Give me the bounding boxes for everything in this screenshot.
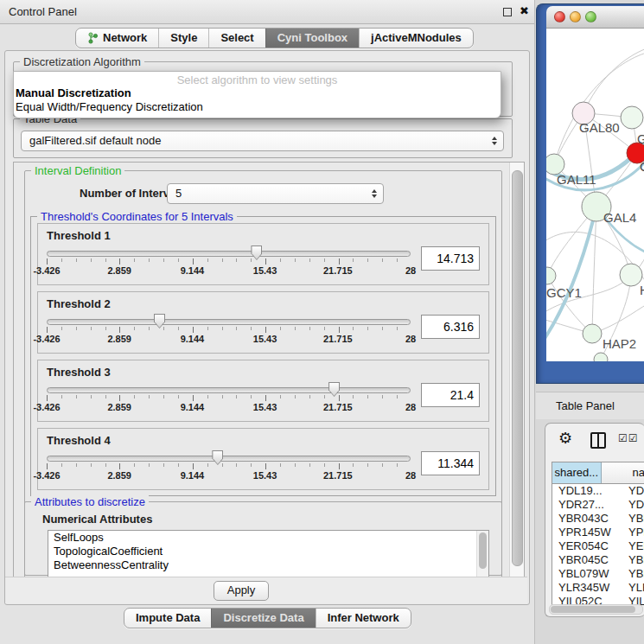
popup-option-equal-width-frequency[interactable]: Equal Width/Frequency Discretization — [14, 100, 501, 114]
cell[interactable]: YLR3 — [616, 581, 644, 595]
threshold-2-panel: Threshold 2 -3.426 2.859 9.144 1 — [37, 291, 489, 354]
slider-track[interactable] — [47, 251, 411, 257]
slider-track[interactable] — [47, 456, 411, 462]
threshold-4-panel: Threshold 4 -3.426 2.859 9.144 1 — [37, 428, 489, 490]
table-row[interactable]: YPR145WYPR1 — [552, 526, 644, 539]
tab-cyni-toolbox[interactable]: Cyni Toolbox — [265, 29, 359, 48]
cell[interactable]: YDR27... — [552, 498, 616, 512]
cell[interactable]: YLR345W — [552, 581, 616, 595]
table-row[interactable]: YER054CYER0 — [552, 539, 644, 553]
zoom-traffic-light[interactable] — [585, 11, 596, 22]
tab-cyni-toolbox-label: Cyni Toolbox — [277, 31, 348, 44]
column-header-shared[interactable]: shared... — [552, 462, 602, 483]
list-item[interactable]: TopologicalCoefficient — [48, 545, 488, 558]
table-row[interactable]: YBR045CYBR0 — [552, 553, 644, 567]
slider-track[interactable] — [47, 319, 411, 325]
table-row[interactable]: YBR043CYBR0 — [552, 512, 644, 526]
tab-discretize-data[interactable]: Discretize Data — [211, 609, 315, 628]
horizontal-scrollbar[interactable] — [549, 604, 643, 615]
network-canvas[interactable]: GAL80 GA C GAL11 GAL4 GCY1 H HAP2 — [546, 29, 644, 361]
tab-jactivemnodules[interactable]: jActiveMNodules — [359, 29, 473, 48]
slider-thumb[interactable] — [328, 382, 340, 397]
node-partial-bottom[interactable] — [594, 353, 608, 361]
table-row[interactable]: YDL19...YDL1 — [552, 484, 644, 498]
node-label-partial-c: C — [640, 159, 644, 174]
gear-icon[interactable]: ⚙ — [558, 430, 572, 447]
column-header-name[interactable]: na — [602, 462, 644, 483]
tab-style-label: Style — [170, 31, 197, 44]
cell[interactable]: YPR145W — [552, 526, 616, 539]
cell[interactable]: YBL0 — [616, 567, 644, 581]
list-item[interactable]: SelfLoops — [48, 531, 488, 545]
tab-impute-data[interactable]: Impute Data — [124, 609, 211, 628]
tab-infer-network[interactable]: Infer Network — [316, 609, 411, 628]
node-label-gal4: GAL4 — [603, 210, 636, 225]
cell[interactable]: YBL079W — [552, 567, 616, 581]
threshold-2-value-field[interactable] — [421, 315, 480, 339]
close-icon[interactable]: ✖ — [520, 4, 529, 18]
cell[interactable]: YBR043C — [552, 512, 616, 526]
split-columns-icon[interactable] — [590, 432, 606, 449]
list-item[interactable]: BetweennessCentrality — [48, 558, 488, 572]
apply-button[interactable]: Apply — [214, 581, 269, 601]
cell[interactable]: YBR045C — [552, 553, 616, 567]
node-label-partial-h: H — [640, 283, 644, 297]
slider-track[interactable] — [47, 387, 411, 393]
cell[interactable]: YDL19... — [552, 484, 616, 498]
threshold-3-value-field[interactable] — [421, 383, 480, 407]
cell[interactable]: YER0 — [616, 539, 644, 553]
tab-impute-data-label: Impute Data — [136, 611, 200, 624]
slider-thumb[interactable] — [154, 314, 165, 328]
slider-scale-labels: -3.426 2.859 9.144 15.43 21.715 28 — [47, 265, 411, 277]
threshold-2-slider[interactable]: -3.426 2.859 9.144 15.43 21.715 28 — [47, 312, 411, 350]
select-columns-checkboxes-icon[interactable]: ☑☑ — [618, 432, 639, 444]
scale-label: 9.144 — [181, 470, 205, 481]
tab-discretize-data-label: Discretize Data — [223, 611, 303, 624]
vertical-scrollbar[interactable] — [509, 163, 524, 577]
node-partial-ga[interactable] — [621, 106, 643, 129]
minimize-traffic-light[interactable] — [570, 11, 581, 22]
threshold-1-slider[interactable]: -3.426 2.859 9.144 15.43 21.715 28 — [47, 244, 411, 282]
tab-network[interactable]: Network — [76, 29, 158, 48]
threshold-1-panel: Threshold 1 -3.426 2.859 9.144 1 — [37, 223, 489, 285]
threshold-3-slider[interactable]: -3.426 2.859 9.144 15.43 21.715 28 — [47, 380, 411, 418]
threshold-label: Threshold 2 — [47, 297, 480, 310]
slider-thumb[interactable] — [251, 245, 262, 260]
table-row[interactable]: YLR345WYLR3 — [552, 581, 644, 595]
node-gcy1[interactable] — [546, 267, 556, 284]
combo-arrows-icon — [492, 137, 497, 145]
network-view-window[interactable]: GAL80 GA C GAL11 GAL4 GCY1 H HAP2 — [536, 3, 644, 384]
popup-option-manual-discretization[interactable]: Manual Discretization — [14, 86, 501, 100]
cell[interactable]: YBR0 — [616, 512, 644, 526]
threshold-4-value-field[interactable] — [421, 451, 480, 475]
slider-ticks — [47, 258, 411, 265]
vertical-scrollbar-thumb[interactable] — [512, 170, 523, 566]
list-scrollbar[interactable] — [476, 531, 488, 578]
scale-label: 21.715 — [323, 334, 353, 344]
list-scrollbar-thumb[interactable] — [479, 532, 487, 569]
cell[interactable]: YDL1 — [616, 484, 644, 498]
cell[interactable]: YDR2 — [616, 498, 644, 512]
horizontal-scrollbar-thumb[interactable] — [551, 606, 635, 613]
slider-ticks — [47, 463, 411, 469]
cell[interactable]: YBR0 — [616, 553, 644, 567]
number-of-intervals-combobox[interactable]: 5 — [167, 183, 384, 204]
table-row[interactable]: YDR27...YDR2 — [552, 498, 644, 512]
cell[interactable]: YPR1 — [616, 526, 644, 539]
table-data-combobox[interactable]: galFiltered.sif default node — [21, 131, 504, 151]
cell[interactable]: YER054C — [552, 539, 616, 553]
slider-thumb[interactable] — [212, 450, 223, 465]
node-hap2[interactable] — [583, 324, 602, 343]
table-row[interactable]: YBL079WYBL0 — [552, 567, 644, 581]
group-title: Discretization Algorithm — [20, 55, 144, 68]
close-traffic-light[interactable] — [554, 11, 565, 22]
threshold-4-slider[interactable]: -3.426 2.859 9.144 15.43 21.715 28 — [47, 449, 411, 487]
tab-select[interactable]: Select — [208, 29, 265, 48]
tab-style[interactable]: Style — [158, 29, 208, 48]
slider-ticks — [47, 395, 411, 401]
threshold-1-value-field[interactable] — [421, 246, 480, 271]
table-data-group: Table Data galFiltered.sif default node — [13, 118, 513, 158]
float-window-icon[interactable] — [503, 8, 512, 16]
control-panel: Control Panel ✖ Network Style Select Cyn… — [0, 0, 535, 644]
network-window-titlebar[interactable] — [546, 6, 644, 29]
